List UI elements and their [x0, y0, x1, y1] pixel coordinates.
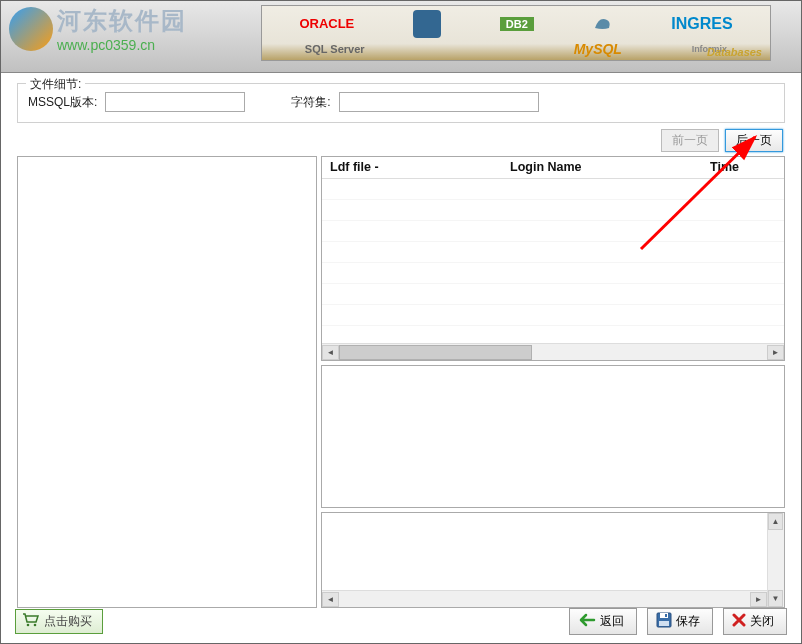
scroll-left-icon[interactable]: ◄ [322, 592, 339, 607]
pagination-row: 前一页 后一页 [17, 129, 785, 152]
close-label: 关闭 [750, 613, 774, 630]
scroll-right-icon[interactable]: ► [750, 592, 767, 607]
back-arrow-icon [578, 613, 596, 630]
postgres-logo-icon [413, 10, 441, 38]
top-grid-panel: Ldf file - Login Name Time ◄ ► [321, 156, 785, 361]
next-page-button[interactable]: 后一页 [725, 129, 783, 152]
column-ldf-file[interactable]: Ldf file - [322, 157, 502, 178]
middle-detail-panel[interactable] [321, 365, 785, 508]
database-logos-panel: ORACLE DB2 INGRES SQL Server MySQL Infor… [261, 5, 771, 61]
cart-icon [22, 613, 40, 630]
watermark-title: 河东软件园 [57, 5, 187, 37]
file-details-legend: 文件细节: [26, 76, 85, 93]
top-grid-hscroll[interactable]: ◄ ► [322, 343, 784, 360]
svg-rect-4 [659, 621, 669, 626]
bottom-grid-hscroll[interactable]: ◄ ► [322, 590, 767, 607]
grid-body[interactable] [322, 179, 784, 343]
watermark: 河东软件园 www.pc0359.cn [9, 5, 187, 53]
prev-page-button[interactable]: 前一页 [661, 129, 719, 152]
databases-label: Databases [707, 46, 762, 58]
watermark-logo-icon [9, 7, 53, 51]
back-label: 返回 [600, 613, 624, 630]
scroll-down-icon[interactable]: ▼ [768, 590, 783, 607]
mssql-version-input[interactable] [105, 92, 245, 112]
column-time[interactable]: Time [702, 157, 784, 178]
db2-logo: DB2 [500, 17, 534, 31]
left-tree-panel[interactable] [17, 156, 317, 608]
scroll-left-icon[interactable]: ◄ [322, 345, 339, 360]
scroll-up-icon[interactable]: ▲ [768, 513, 783, 530]
close-button[interactable]: 关闭 [723, 608, 787, 635]
sqlserver-logo: SQL Server [305, 43, 365, 55]
save-button[interactable]: 保存 [647, 608, 713, 635]
column-login-name[interactable]: Login Name [502, 157, 702, 178]
bottom-grid-body[interactable] [322, 513, 767, 590]
bottom-grid-vscroll[interactable]: ▲ ▼ [767, 513, 784, 607]
watermark-url: www.pc0359.cn [57, 37, 187, 53]
mysql-dolphin-icon [593, 14, 613, 34]
close-icon [732, 613, 746, 630]
footer-bar: 点击购买 返回 保存 关闭 [15, 608, 787, 635]
bottom-detail-panel: ◄ ► ▲ ▼ [321, 512, 785, 608]
mysql-logo: MySQL [574, 41, 622, 57]
svg-point-0 [27, 624, 30, 627]
mssql-version-label: MSSQL版本: [28, 94, 97, 111]
charset-input[interactable] [339, 92, 539, 112]
scroll-thumb[interactable] [339, 345, 532, 360]
main-split: Ldf file - Login Name Time ◄ ► [17, 156, 785, 608]
svg-point-1 [34, 624, 37, 627]
save-label: 保存 [676, 613, 700, 630]
file-details-group: 文件细节: MSSQL版本: 字符集: [17, 83, 785, 123]
buy-button[interactable]: 点击购买 [15, 609, 103, 634]
scroll-right-icon[interactable]: ► [767, 345, 784, 360]
save-disk-icon [656, 612, 672, 631]
oracle-logo: ORACLE [299, 16, 354, 31]
buy-label: 点击购买 [44, 613, 92, 630]
header-banner: 河东软件园 www.pc0359.cn ORACLE DB2 INGRES SQ… [1, 1, 801, 73]
charset-label: 字符集: [291, 94, 330, 111]
ingres-logo: INGRES [671, 15, 732, 33]
back-button[interactable]: 返回 [569, 608, 637, 635]
grid-header: Ldf file - Login Name Time [322, 157, 784, 179]
svg-rect-5 [665, 614, 667, 617]
